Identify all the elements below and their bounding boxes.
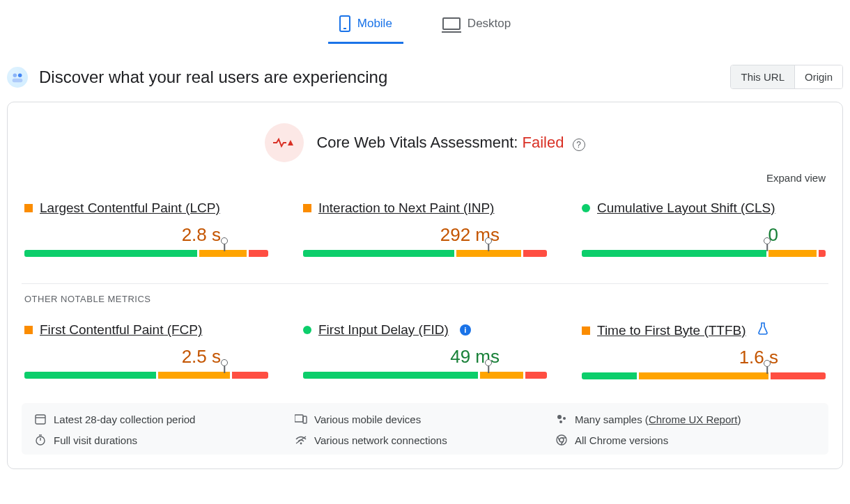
fcp-pin xyxy=(221,359,228,366)
expand-view-link[interactable]: Expand view xyxy=(22,162,828,188)
device-tabs: Mobile Desktop xyxy=(0,0,850,44)
inp-pin xyxy=(485,237,492,244)
mobile-icon xyxy=(339,15,350,32)
ttfb-status-icon xyxy=(582,326,590,335)
users-icon xyxy=(7,67,28,88)
other-metrics-label: OTHER NOTABLE METRICS xyxy=(22,294,828,310)
cls-name[interactable]: Cumulative Layout Shift (CLS) xyxy=(597,200,775,216)
help-icon[interactable]: ? xyxy=(573,139,585,151)
metric-ttfb: Time to First Byte (TTFB) 1.6 s xyxy=(582,322,826,379)
footer-versions: All Chrome versions xyxy=(555,434,816,446)
metric-inp: Interaction to Next Paint (INP) 292 ms xyxy=(303,200,547,257)
metric-cls: Cumulative Layout Shift (CLS) 0 xyxy=(582,200,826,257)
toggle-this-url[interactable]: This URL xyxy=(731,65,794,88)
svg-point-0 xyxy=(13,73,17,77)
ttfb-name[interactable]: Time to First Byte (TTFB) xyxy=(597,323,746,338)
assessment-row: Core Web Vitals Assessment: Failed ? xyxy=(22,123,828,162)
assessment-status: Failed xyxy=(523,134,564,151)
svg-rect-6 xyxy=(303,416,307,423)
fid-bar xyxy=(303,372,547,379)
lcp-bar xyxy=(24,250,268,257)
other-metrics-grid: First Contentful Paint (FCP) 2.5 s First… xyxy=(22,310,828,386)
fid-value: 49 ms xyxy=(303,338,547,369)
stopwatch-icon xyxy=(34,434,47,446)
chrome-icon xyxy=(555,434,568,446)
svg-point-9 xyxy=(559,420,562,423)
svg-point-7 xyxy=(557,415,562,419)
assessment-label: Core Web Vitals Assessment: xyxy=(316,134,518,151)
devices-icon xyxy=(295,413,307,425)
footer-samples-suffix: ) xyxy=(737,414,741,425)
footer-devices-text: Various mobile devices xyxy=(314,414,421,425)
footer-samples: Many samples (Chrome UX Report) xyxy=(555,413,816,425)
header-row: Discover what your real users are experi… xyxy=(0,44,850,102)
fcp-value: 2.5 s xyxy=(24,338,268,369)
ttfb-pin xyxy=(764,360,771,367)
footer-versions-text: All Chrome versions xyxy=(575,434,668,446)
calendar-icon xyxy=(34,413,47,425)
info-icon[interactable]: i xyxy=(460,324,471,336)
svg-rect-2 xyxy=(13,78,23,82)
samples-icon xyxy=(555,413,568,425)
svg-point-13 xyxy=(300,443,302,445)
vitals-card: Core Web Vitals Assessment: Failed ? Exp… xyxy=(7,102,843,469)
footer-network: Various network connections xyxy=(295,434,555,446)
lcp-status-icon xyxy=(24,204,33,212)
svg-point-8 xyxy=(563,417,566,420)
divider xyxy=(22,283,828,284)
assessment-fail-icon xyxy=(265,123,304,162)
crux-report-link[interactable]: Chrome UX Report xyxy=(649,414,738,425)
fcp-name[interactable]: First Contentful Paint (FCP) xyxy=(40,322,202,338)
inp-value: 292 ms xyxy=(303,216,547,247)
cls-value: 0 xyxy=(582,216,826,247)
tab-mobile-label: Mobile xyxy=(357,17,392,31)
lcp-name[interactable]: Largest Contentful Paint (LCP) xyxy=(40,200,220,216)
metric-lcp: Largest Contentful Paint (LCP) 2.8 s xyxy=(24,200,268,257)
footer-network-text: Various network connections xyxy=(314,434,447,446)
metric-fid: First Input Delay (FID) i 49 ms xyxy=(303,322,547,379)
inp-status-icon xyxy=(303,204,311,212)
footer-devices: Various mobile devices xyxy=(295,413,555,425)
fcp-status-icon xyxy=(24,326,33,334)
svg-point-1 xyxy=(18,73,22,77)
svg-rect-3 xyxy=(36,415,45,424)
fid-name[interactable]: First Input Delay (FID) xyxy=(318,322,449,338)
flask-icon[interactable] xyxy=(757,322,768,338)
tab-mobile[interactable]: Mobile xyxy=(328,10,403,44)
footer-samples-prefix: Many samples ( xyxy=(575,414,649,425)
network-icon xyxy=(295,434,307,446)
footer-period-text: Latest 28-day collection period xyxy=(54,414,195,425)
lcp-pin xyxy=(221,237,228,244)
core-metrics-grid: Largest Contentful Paint (LCP) 2.8 s Int… xyxy=(22,188,828,264)
inp-bar xyxy=(303,250,547,257)
assessment-title: Core Web Vitals Assessment: Failed ? xyxy=(316,134,585,152)
lcp-value: 2.8 s xyxy=(24,216,268,247)
cls-pin xyxy=(764,237,771,244)
desktop-icon xyxy=(442,17,461,30)
ttfb-value: 1.6 s xyxy=(582,338,826,370)
cls-status-icon xyxy=(582,204,590,212)
footer-durations-text: Full visit durations xyxy=(54,434,137,446)
fid-status-icon xyxy=(303,326,311,334)
url-origin-toggle: This URL Origin xyxy=(730,65,843,89)
tab-desktop-label: Desktop xyxy=(468,17,511,31)
toggle-origin[interactable]: Origin xyxy=(794,65,842,88)
cls-bar xyxy=(582,250,826,257)
footer-durations: Full visit durations xyxy=(34,434,295,446)
ttfb-bar xyxy=(582,372,826,379)
tab-desktop[interactable]: Desktop xyxy=(431,10,522,44)
footer-info: Latest 28-day collection period Various … xyxy=(22,403,828,455)
page-title: Discover what your real users are experi… xyxy=(39,68,387,87)
metric-fcp: First Contentful Paint (FCP) 2.5 s xyxy=(24,322,268,379)
svg-rect-5 xyxy=(295,415,303,422)
footer-period: Latest 28-day collection period xyxy=(34,413,295,425)
inp-name[interactable]: Interaction to Next Paint (INP) xyxy=(318,200,494,216)
fcp-bar xyxy=(24,372,268,379)
fid-pin xyxy=(485,359,492,366)
